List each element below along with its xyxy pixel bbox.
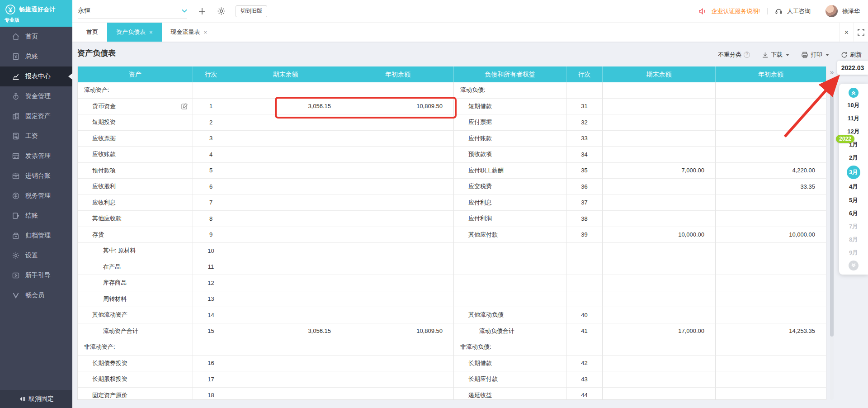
beginning-balance-cell <box>342 243 454 259</box>
beginning-balance-cell: 10,809.50 <box>342 99 454 115</box>
scroll-months-up-icon[interactable] <box>849 88 859 98</box>
print-button[interactable]: 打印 <box>801 51 829 59</box>
refresh-button[interactable]: 刷新 <box>841 51 862 59</box>
user-avatar[interactable] <box>826 5 838 17</box>
account-set-select[interactable]: 永恒 <box>78 4 187 19</box>
sidebar-item-funds[interactable]: 资金管理 <box>0 86 72 106</box>
beginning-balance-cell: 14,253.35 <box>716 323 826 340</box>
tab-close-icon[interactable]: × <box>149 29 153 36</box>
month-item-4月[interactable]: 4月 <box>847 181 860 192</box>
month-item-5月[interactable]: 5月 <box>847 195 860 206</box>
line-number-cell: 12 <box>193 275 229 291</box>
line-number-cell: 35 <box>566 163 603 179</box>
enterprise-cert-notice-link[interactable]: 企业认证服务说明! <box>711 7 760 15</box>
vertical-scrollbar[interactable] <box>830 83 834 400</box>
brand-title: 畅捷通好会计 <box>19 5 56 14</box>
ending-balance-cell <box>603 243 716 259</box>
sidebar-item-guide[interactable]: 新手引导 <box>0 266 72 285</box>
month-item-11月[interactable]: 11月 <box>847 113 860 124</box>
unpin-icon <box>19 395 26 403</box>
sidebar-item-settings[interactable]: 设置 <box>0 246 72 266</box>
edit-icon[interactable] <box>181 103 188 110</box>
tab-label: 现金流量表 <box>171 28 200 36</box>
table-row-0: 流动资产:流动负债: <box>78 82 826 99</box>
fullscreen-icon[interactable] <box>854 23 868 42</box>
beginning-balance-cell <box>342 163 454 179</box>
sidebar-item-label: 进销台账 <box>25 172 51 180</box>
sidebar-item-member[interactable]: 畅会员 <box>0 285 72 305</box>
sidebar-item-closing[interactable]: 结账 <box>0 206 72 226</box>
sidebar-item-trade-ledger[interactable]: 进销台账 <box>0 166 72 186</box>
sidebar-item-label: 发票管理 <box>25 152 51 160</box>
ending-balance-cell <box>229 339 342 356</box>
chevron-down-icon <box>182 9 187 13</box>
table-row-1: 货币资金13,056.1510,809.50短期借款31 <box>78 99 826 115</box>
page-title: 资产负债表 <box>77 48 116 58</box>
ending-balance-cell <box>229 179 342 195</box>
sidebar-item-salary[interactable]: 工资 <box>0 126 72 146</box>
switch-to-old-version-button[interactable]: 切到旧版 <box>236 5 267 17</box>
settings-icon <box>12 251 20 260</box>
close-tab-button[interactable]: × <box>839 23 854 42</box>
document-tabbar: 首页资产负债表×现金流量表× × <box>72 22 868 42</box>
table-row-10: 其中: 原材料10 <box>78 243 826 259</box>
month-item-10月[interactable]: 10月 <box>847 100 860 111</box>
human-support-link[interactable]: 人工咨询 <box>787 7 811 15</box>
tab-1[interactable]: 资产负债表× <box>107 23 162 42</box>
line-number-cell: 16 <box>193 356 229 372</box>
ending-balance-cell <box>603 114 716 131</box>
line-number-cell: 42 <box>566 356 603 372</box>
reclassify-toggle[interactable]: 不重分类 ? <box>718 51 750 59</box>
download-button[interactable]: 下载 <box>762 51 789 59</box>
liability-name-cell: 其他流动负债 <box>454 307 566 323</box>
ending-balance-cell <box>603 371 716 388</box>
sidebar-item-fixed-asset[interactable]: 固定资产 <box>0 106 72 126</box>
scroll-months-down-icon[interactable] <box>849 261 859 270</box>
table-row-8: 其他应收款8应付利润38 <box>78 211 826 227</box>
table-body: 流动资产:流动负债:货币资金13,056.1510,809.50短期借款31短期… <box>78 82 826 400</box>
current-period-box[interactable]: 2022.03 <box>837 61 868 75</box>
asset-name-cell: 其中: 原材料 <box>78 243 193 259</box>
user-name[interactable]: 徐泽华 <box>842 7 860 15</box>
funds-icon <box>12 92 20 100</box>
column-header-4: 负债和所有者权益 <box>454 66 566 82</box>
sidebar-item-archive[interactable]: 归档管理 <box>0 226 72 246</box>
beginning-balance-cell <box>716 82 826 99</box>
month-item-6月[interactable]: 6月 <box>847 208 860 219</box>
month-item-9月: 9月 <box>847 247 860 258</box>
tab-0[interactable]: 首页 <box>77 23 107 42</box>
liability-name-cell: 应付账款 <box>454 131 566 147</box>
help-icon[interactable]: ? <box>744 52 750 58</box>
beginning-balance-cell: 33.35 <box>716 179 826 195</box>
beginning-balance-cell <box>342 195 454 211</box>
line-number-cell: 43 <box>566 371 603 388</box>
sidebar-item-ledger[interactable]: 总账 <box>0 47 72 66</box>
settings-gear-icon[interactable] <box>217 7 226 15</box>
beginning-balance-cell <box>716 291 826 308</box>
sidebar-item-home[interactable]: 首页 <box>0 27 72 47</box>
ending-balance-cell <box>603 179 716 195</box>
line-number-cell: 32 <box>566 114 603 131</box>
line-number-cell <box>566 339 603 356</box>
tab-close-icon[interactable]: × <box>204 29 208 36</box>
beginning-balance-cell <box>342 227 454 243</box>
tab-2[interactable]: 现金流量表× <box>162 23 217 42</box>
collapse-panel-icon[interactable]: » <box>826 66 837 78</box>
table-row-6: 应收股利6应交税费3633.35 <box>78 179 826 195</box>
scrollbar-thumb[interactable] <box>830 83 834 337</box>
month-item-3月[interactable]: 3月 <box>847 166 860 179</box>
month-item-2月[interactable]: 2月 <box>847 152 860 163</box>
sidebar-item-label: 固定资产 <box>25 112 51 120</box>
line-number-cell: 5 <box>193 163 229 179</box>
sidebar-item-tax[interactable]: 税务管理 <box>0 186 72 206</box>
sidebar-item-invoice[interactable]: 发票管理 <box>0 146 72 166</box>
unpin-sidebar-button[interactable]: 取消固定 <box>0 390 72 408</box>
asset-name-cell: 其他流动资产 <box>78 307 193 323</box>
salary-icon <box>12 132 20 140</box>
sidebar-item-label: 首页 <box>25 33 38 41</box>
add-account-button[interactable] <box>198 7 206 15</box>
line-number-cell: 41 <box>566 323 603 340</box>
sidebar-item-report[interactable]: 报表中心 <box>0 66 72 86</box>
refresh-label: 刷新 <box>850 51 862 59</box>
table-row-14: 其他流动资产14其他流动负债40 <box>78 307 826 323</box>
